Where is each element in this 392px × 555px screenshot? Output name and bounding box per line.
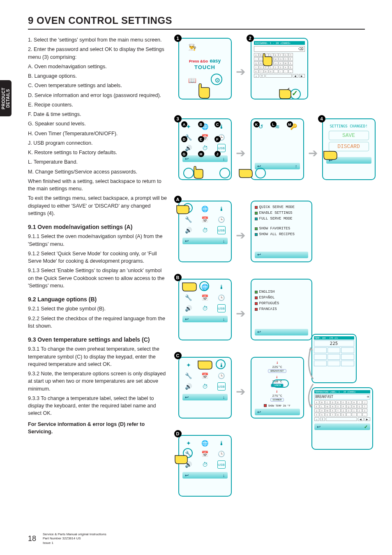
wrench-icon[interactable]: 🔧 (184, 294, 193, 302)
menu-item[interactable]: FRANCAIS (255, 307, 308, 312)
timer-icon[interactable]: ⏱ (201, 226, 209, 234)
item-j: J. USB program connection. (28, 139, 168, 147)
usb-icon[interactable]: USB (217, 382, 226, 391)
kb-footer[interactable]: ⌂ ⇧ ◀▶ (314, 417, 370, 421)
menu-item[interactable]: FULL SERVE MODE (255, 216, 308, 222)
therm-icon[interactable]: 🌡 (217, 361, 226, 369)
temp-row[interactable]: 🌡225°CBREAKFAST (268, 361, 286, 373)
temp-row[interactable]: 🌡250°CLUNCH (271, 375, 283, 387)
timer-icon[interactable]: ⏱ (201, 460, 209, 469)
counter-icon[interactable]: 📅 (201, 450, 209, 458)
speaker-icon[interactable]: 🔊 (184, 382, 193, 391)
badge-1: 1 (174, 35, 182, 42)
menu-item[interactable]: ENGLISH (255, 289, 308, 295)
badge-c: C (214, 121, 221, 127)
back-icon[interactable]: ↩ (185, 473, 189, 478)
therm-icon[interactable]: 🌡 (217, 205, 226, 213)
gear-icon[interactable]: ⚙ (212, 75, 222, 85)
kb2-field[interactable]: BREAKFAST⌫ (314, 394, 370, 400)
note-d: For Service information & error logs (D)… (28, 421, 168, 436)
down-icon[interactable]: ↓ (223, 317, 225, 321)
counter-icon[interactable]: 📅 (201, 372, 209, 380)
menu-item[interactable]: QUICK SERVE MODE (255, 205, 308, 210)
wrench-icon[interactable]: 🔧 (184, 372, 193, 380)
arrow-icon: ➔ (236, 146, 245, 160)
shift-icon: ⇧ (260, 74, 265, 78)
timer-icon[interactable]: ⏱ (201, 382, 209, 391)
usb-icon[interactable]: USB (217, 460, 226, 469)
globe-icon[interactable]: 🌐 (201, 283, 209, 291)
chef-icon[interactable]: 👨‍🍳 (187, 42, 197, 52)
back-icon[interactable]: ↩ (317, 424, 321, 430)
menu-item[interactable]: SHOW ALL RECIPES (255, 232, 308, 238)
keypad-header: TEMP: 100 - 275 <C> (314, 336, 354, 340)
clock-icon[interactable]: 🕒 (217, 294, 226, 302)
intro-1: 1. Select the 'settings' symbol from the… (28, 36, 168, 44)
logo: Press &Go easy TOUCH (189, 57, 221, 70)
globe-icon[interactable]: 🌐 (201, 205, 209, 213)
hand-icon (196, 83, 214, 102)
kb2-header: TEMPERATURE LABEL: 1 - 20 <CHARS> (314, 390, 370, 393)
back-icon[interactable]: ↩ (257, 409, 261, 415)
menu-item[interactable]: ENABLE SETTINGS (255, 210, 308, 216)
p-933: 9.3.3 To change a temperature label, sel… (28, 395, 168, 417)
temp-row[interactable]: 🌡275°CDINNER (270, 390, 284, 402)
keyboard[interactable]: ABCDEFGHIJKLMNOPQRSTUVWXYZ0123456789./-_ (314, 400, 370, 416)
speaker-icon[interactable]: 🔊 (184, 304, 193, 312)
hand-icon (191, 166, 207, 183)
kb-footer[interactable]: ⌂ ⇧ ◀ ▶ (254, 74, 305, 78)
globe-icon[interactable]: 🌐 (201, 439, 209, 447)
back-icon[interactable]: ↩ (185, 317, 189, 322)
page-title: 9 OVEN CONTROL SETTINGS (28, 15, 365, 26)
back-icon[interactable]: ↩ (185, 238, 189, 244)
therm-icon[interactable]: 🌡 (217, 439, 226, 447)
arrow-curve (305, 383, 314, 408)
back-icon[interactable]: ↩ (185, 395, 189, 400)
nav-icon[interactable]: ✦ (184, 361, 193, 369)
down-icon[interactable]: ↓ (223, 395, 225, 400)
clock-icon[interactable]: 🕒 (217, 215, 226, 224)
pw-field[interactable]: ⌫ (254, 46, 305, 52)
counter-icon[interactable]: 📅 (201, 215, 209, 224)
screen-keypad[interactable]: TEMP: 100 - 275 <C> 225 (311, 334, 357, 383)
screen-c-temps[interactable]: 🌡225°CBREAKFAST 🌡250°CLUNCH 🌡275°CDINNER… (251, 357, 304, 419)
nav-icon[interactable]: ✦ (184, 439, 193, 447)
badge-a: A (181, 121, 187, 127)
timer-icon[interactable]: ⏱ (201, 304, 209, 312)
badge-j: J (214, 151, 221, 157)
counter-icon[interactable]: 📅 (201, 294, 209, 302)
h-91: 9.1 Oven mode/navigation settings (A) (28, 223, 168, 231)
screen-b-menu[interactable]: ENGLISH ESPAÑOL PORTUGUÊS FRANCAIS ↩ (251, 279, 312, 340)
down-icon[interactable]: ↓ (223, 156, 225, 161)
usb-icon[interactable]: USB (217, 226, 226, 234)
therm-icon[interactable]: 🌡 (217, 283, 226, 291)
speaker-icon[interactable]: 🔊 (184, 226, 193, 234)
badge-4: 4 (318, 115, 325, 123)
temp-unit-toggle[interactable]: SHOW TEMP IN °F (264, 404, 290, 407)
save-button[interactable]: SAVE (329, 131, 369, 140)
numpad[interactable] (314, 347, 354, 366)
intro-exit: To exit the settings menu, select backsp… (28, 194, 168, 217)
check-icon[interactable]: ✓ (364, 424, 368, 430)
menu-item[interactable]: SHOW FAVORITES (255, 226, 308, 232)
clock-icon[interactable]: 🕒 (217, 450, 226, 458)
intro-2: 2. Enter the password and select OK to d… (28, 46, 168, 61)
page-footer: 18 Service & Parts Manual original Instr… (28, 532, 106, 545)
screen-a-menu[interactable]: QUICK SERVE MODE ENABLE SETTINGS FULL SE… (251, 201, 312, 262)
down-icon[interactable]: ↓ (223, 473, 225, 478)
screen-settings-2[interactable]: ↺ ≋ 🔑 K L M ↩ ↑ (251, 118, 304, 180)
usb-icon[interactable]: USB (217, 304, 226, 312)
up-icon[interactable]: ↑ (295, 164, 297, 169)
back-icon[interactable]: ↩ (257, 329, 261, 335)
clock-icon[interactable]: 🕒 (217, 372, 226, 380)
page-number: 18 (28, 534, 36, 543)
menu-item[interactable]: PORTUGUÊS (255, 301, 308, 307)
screen-label-kb[interactable]: TEMPERATURE LABEL: 1 - 20 <CHARS> BREAKF… (311, 387, 373, 450)
hand-icon (181, 280, 199, 294)
badge-3: 3 (174, 115, 182, 123)
back-icon[interactable]: ↩ (257, 164, 261, 169)
badge-l: L (270, 121, 277, 127)
menu-item[interactable]: ESPAÑOL (255, 295, 308, 301)
back-icon[interactable]: ↩ (257, 252, 261, 257)
down-icon[interactable]: ↓ (223, 238, 225, 243)
